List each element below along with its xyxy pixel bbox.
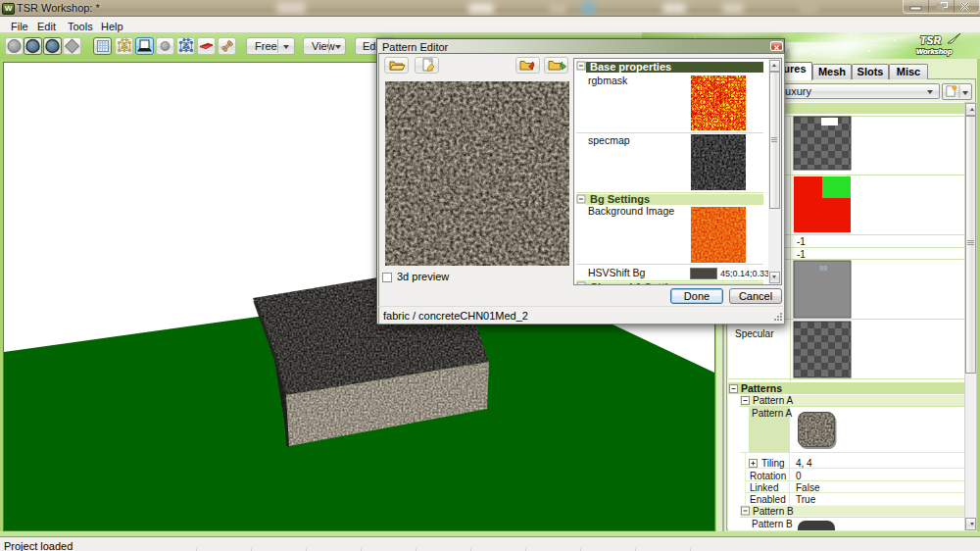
svg-text:Enabled: Enabled — [750, 494, 786, 505]
svg-text:0: 0 — [796, 471, 802, 481]
svg-text:rgbmask: rgbmask — [588, 75, 628, 86]
svg-text:4, 4: 4, 4 — [796, 458, 812, 469]
svg-text:Pattern A: Pattern A — [752, 408, 792, 419]
svg-text:Base properties: Base properties — [590, 61, 671, 73]
svg-text:Channel 1 Settings: Channel 1 Settings — [590, 281, 687, 284]
svg-text:Pattern B: Pattern B — [752, 519, 793, 529]
svg-text:specmap: specmap — [588, 134, 630, 146]
svg-text:TSR: TSR — [920, 35, 942, 46]
svg-text:HSVShift Bg: HSVShift Bg — [588, 267, 646, 278]
svg-text:99: 99 — [819, 265, 827, 272]
svg-text:45;0.14;0.33: 45;0.14;0.33 — [720, 269, 769, 278]
svg-text:Patterns: Patterns — [741, 382, 782, 394]
svg-text:Pattern B: Pattern B — [753, 506, 794, 517]
svg-text:Specular: Specular — [735, 328, 774, 339]
svg-text:Tiling: Tiling — [761, 458, 785, 469]
svg-text:Workshop: Workshop — [916, 47, 953, 56]
svg-text:-1: -1 — [797, 249, 806, 260]
svg-text:Pattern A: Pattern A — [753, 395, 793, 406]
svg-text:False: False — [796, 482, 820, 493]
svg-text:Background Image: Background Image — [588, 205, 674, 217]
svg-text:Linked: Linked — [750, 482, 778, 493]
svg-text:Rotation: Rotation — [750, 471, 786, 481]
svg-text:-1: -1 — [797, 236, 806, 247]
svg-text:Bg Settings: Bg Settings — [590, 193, 650, 205]
svg-text:True: True — [796, 494, 816, 505]
